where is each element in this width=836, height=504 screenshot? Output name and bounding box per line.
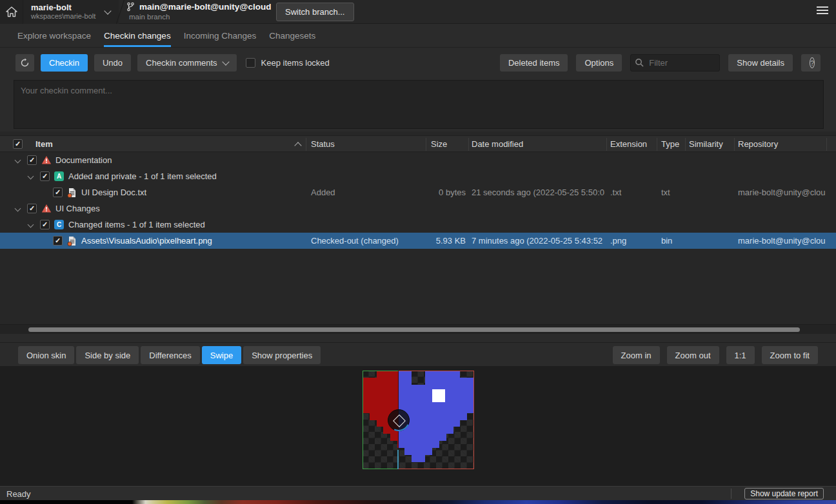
table-rows: ✓ Documentation✓AAdded and private - 1 o… (0, 152, 836, 324)
tab-bar: Explore workspace Checkin changes Incomi… (0, 24, 836, 48)
item-label: Documentation (55, 155, 112, 165)
zoom-to-fit-button[interactable]: Zoom to fit (762, 346, 818, 364)
status-text: Ready (6, 489, 31, 499)
expander-chevron-icon[interactable] (15, 206, 21, 212)
row-checkbox[interactable]: ✓ (27, 155, 37, 165)
table-row[interactable]: ✓ Assets\VisualsAudio\pixelheart.pngChec… (0, 233, 836, 249)
table-header: ✓ Item Status Size Date modified Extensi… (0, 135, 836, 152)
switch-branch-button[interactable]: Switch branch... (276, 3, 354, 21)
diff-toolbar: Onion skin Side by side Differences Swip… (0, 342, 836, 366)
branch-icon (126, 2, 135, 12)
expander-chevron-icon[interactable] (15, 157, 21, 164)
swipe-handle[interactable] (388, 409, 410, 431)
comment-box (14, 80, 824, 129)
refresh-button[interactable] (15, 54, 34, 72)
column-header-status[interactable]: Status (311, 139, 335, 149)
column-header-item[interactable]: Item (35, 139, 53, 149)
row-checkbox[interactable]: ✓ (40, 171, 50, 181)
checkin-button[interactable]: Checkin (41, 54, 88, 72)
tab-explore-workspace[interactable]: Explore workspace (17, 24, 91, 47)
image-diff-preview (0, 366, 836, 486)
keep-items-locked-checkbox[interactable] (246, 58, 255, 68)
type-cell: txt (661, 188, 670, 197)
warning-icon (41, 204, 52, 214)
table-row[interactable]: ✓ UI Changes (0, 200, 836, 217)
repository-cell: marie-bolt@unity@clou (738, 188, 826, 197)
refresh-icon (20, 58, 30, 68)
warning-icon (41, 155, 52, 166)
undo-button[interactable]: Undo (94, 54, 131, 72)
menu-icon[interactable] (817, 6, 828, 16)
tab-incoming-changes[interactable]: Incoming Changes (184, 24, 257, 47)
scrollbar-thumb[interactable] (28, 327, 800, 332)
workspace-selector[interactable]: marie-bolt wkspaces\marie-bolt (23, 0, 119, 24)
show-update-report-button[interactable]: Show update report (744, 488, 824, 499)
changed-category-badge: C (54, 220, 64, 229)
horizontal-scrollbar[interactable] (0, 324, 836, 334)
zoom-out-button[interactable]: Zoom out (667, 346, 719, 364)
column-header-type[interactable]: Type (661, 139, 679, 149)
item-label: UI Design Doc.txt (81, 188, 146, 197)
type-cell: bin (661, 236, 672, 246)
help-icon: ? (810, 57, 815, 68)
workspace-path: wkspaces\marie-bolt (31, 12, 119, 21)
differences-button[interactable]: Differences (141, 346, 200, 364)
column-header-date-modified[interactable]: Date modified (472, 139, 523, 149)
extension-cell: .txt (610, 188, 621, 197)
branch-name: main@marie-bolt@unity@cloud (139, 2, 272, 12)
pending-changes-table: ✓ Item Status Size Date modified Extensi… (0, 131, 836, 334)
status-cell: Checked-out (changed) (311, 236, 399, 246)
swipe-button[interactable]: Swipe (202, 346, 241, 364)
item-label: Assets\VisualsAudio\pixelheart.png (81, 236, 212, 246)
help-button[interactable]: ? (801, 54, 821, 72)
onion-skin-button[interactable]: Onion skin (18, 346, 74, 364)
table-row[interactable]: ✓CChanged items - 1 of 1 item selected (0, 217, 836, 233)
tab-changesets[interactable]: Changesets (269, 24, 315, 47)
column-header-repository[interactable]: Repository (738, 139, 778, 149)
table-row[interactable]: ✓AAdded and private - 1 of 1 item select… (0, 168, 836, 184)
home-button[interactable] (0, 0, 23, 24)
desktop-background-strip (0, 500, 836, 504)
row-checkbox[interactable]: ✓ (40, 220, 50, 229)
file-icon (67, 236, 77, 246)
column-header-similarity[interactable]: Similarity (689, 139, 723, 149)
item-label: Changed items - 1 of 1 item selected (68, 220, 205, 229)
checkin-comments-dropdown[interactable]: Checkin comments (137, 54, 237, 72)
item-label: Added and private - 1 of 1 item selected (68, 171, 217, 181)
deleted-items-button[interactable]: Deleted items (500, 54, 568, 72)
swipe-image (363, 371, 474, 469)
swipe-divider-highlight (397, 450, 399, 469)
column-header-extension[interactable]: Extension (610, 139, 647, 149)
row-checkbox[interactable]: ✓ (27, 204, 37, 213)
zoom-in-button[interactable]: Zoom in (613, 346, 660, 364)
row-checkbox[interactable]: ✓ (53, 188, 63, 197)
tab-checkin-changes[interactable]: Checkin changes (104, 24, 171, 47)
expander-chevron-icon[interactable] (28, 173, 34, 180)
branch-info: main@marie-bolt@unity@cloud main branch (126, 2, 272, 21)
sort-ascending-icon (294, 142, 301, 149)
options-button[interactable]: Options (576, 54, 622, 72)
new-version-border (399, 371, 474, 469)
table-row[interactable]: ✓ Documentation (0, 152, 836, 168)
filter-box (630, 54, 720, 72)
select-all-checkbox[interactable]: ✓ (13, 139, 23, 149)
keep-items-locked-toggle[interactable]: Keep items locked (246, 58, 330, 68)
expander-chevron-icon[interactable] (28, 222, 34, 228)
search-icon (635, 58, 644, 68)
date-modified-cell: 21 seconds ago (2022-05-25 5:50:0 (472, 188, 604, 197)
one-to-one-button[interactable]: 1:1 (726, 346, 755, 364)
column-header-size[interactable]: Size (431, 139, 447, 149)
item-label: UI Changes (55, 204, 100, 213)
side-by-side-button[interactable]: Side by side (76, 346, 139, 364)
file-icon (67, 188, 77, 198)
top-bar: marie-bolt wkspaces\marie-bolt main@mari… (0, 0, 836, 24)
size-cell: 5.93 KB (426, 236, 466, 246)
table-row[interactable]: ✓ UI Design Doc.txtAdded0 bytes21 second… (0, 184, 836, 200)
row-checkbox[interactable]: ✓ (53, 236, 63, 246)
show-properties-button[interactable]: Show properties (243, 346, 321, 364)
status-cell: Added (311, 188, 335, 197)
repository-cell: marie-bolt@unity@clou (738, 236, 826, 246)
status-divider (731, 489, 732, 499)
show-details-button[interactable]: Show details (728, 54, 793, 72)
checkin-comment-input[interactable] (14, 81, 823, 128)
